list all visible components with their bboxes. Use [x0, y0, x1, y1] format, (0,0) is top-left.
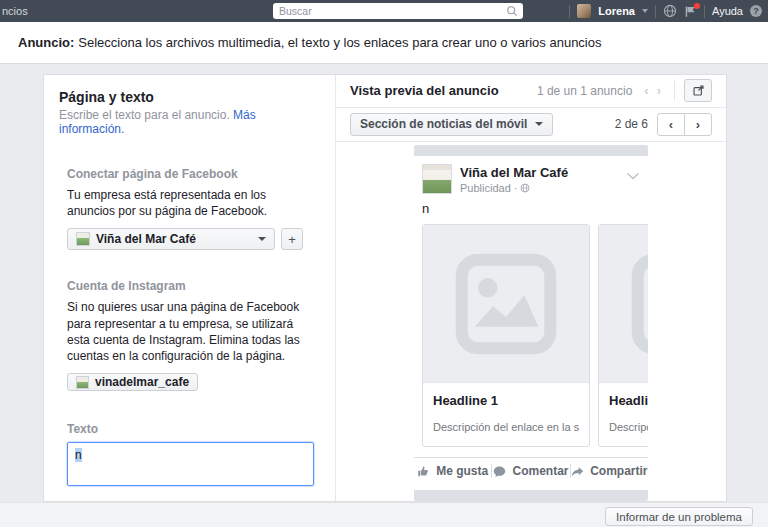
carousel: Headline 1 Descripción del enlace en la …: [414, 224, 648, 447]
text-heading: Texto: [67, 422, 314, 436]
selected-text: n: [75, 448, 82, 462]
help-icon[interactable]: ?: [750, 5, 762, 17]
caret-down-icon: [535, 122, 543, 126]
next-variant-button[interactable]: ›: [684, 113, 712, 136]
instagram-section: Cuenta de Instagram Si no quieres usar u…: [67, 279, 314, 392]
user-menu[interactable]: Lorena: [598, 5, 635, 17]
post-avatar[interactable]: [422, 164, 452, 194]
carousel-card[interactable]: Headline 1 Descripción del enlace en la …: [422, 224, 590, 447]
photo-placeholder-icon: [452, 250, 560, 358]
photo-placeholder: [599, 225, 648, 383]
post-meta: Publicidad ·: [460, 182, 568, 194]
connect-page-heading: Conectar página de Facebook: [67, 167, 314, 181]
app-label-truncated: ncios: [2, 5, 28, 17]
carousel-card[interactable]: Headline 2 Descripción del enlace en la …: [598, 224, 648, 447]
notification-badge: [694, 3, 700, 9]
placement-label: Sección de noticias del móvil: [360, 117, 527, 131]
preview-title: Vista previa del anuncio: [350, 83, 537, 98]
ad-post: Viña del Mar Café Publicidad · n: [414, 156, 648, 484]
instagram-account-chip[interactable]: vinadelmar_cafe: [67, 373, 198, 391]
nav-divider: [704, 5, 705, 18]
chevron-right-icon[interactable]: ›: [657, 83, 661, 98]
search-icon[interactable]: [501, 3, 523, 19]
section-subtitle: Escribe el texto para el anuncio. Más in…: [59, 108, 315, 136]
search-input[interactable]: [273, 5, 501, 17]
top-navbar: ncios Lorena Ayuda ?: [0, 0, 768, 22]
globe-icon[interactable]: [663, 4, 677, 18]
share-icon: [571, 465, 584, 478]
preview-stage: Viña del Mar Café Publicidad · n: [336, 142, 726, 501]
post-action-bar: Me gusta Comentar Compartir: [414, 457, 648, 484]
ad-text-input[interactable]: n: [67, 442, 314, 486]
search-bar[interactable]: [273, 3, 523, 19]
instagram-description: Si no quieres usar una página de Faceboo…: [67, 299, 314, 364]
instagram-account-name: vinadelmar_cafe: [95, 375, 189, 389]
preview-header: Vista previa del anuncio 1 de un 1 anunc…: [336, 75, 726, 108]
post-body-text: n: [414, 194, 648, 224]
text-section: Texto n: [67, 422, 314, 486]
step-banner: Anuncio: Selecciona los archivos multime…: [0, 22, 768, 64]
placement-selector[interactable]: Sección de noticias del móvil: [350, 113, 553, 136]
share-button[interactable]: Compartir: [570, 464, 648, 478]
step-banner-text: Selecciona los archivos multimedia, el t…: [78, 35, 601, 50]
comment-button[interactable]: Comentar: [491, 464, 569, 478]
nav-right-cluster: Lorena Ayuda ?: [569, 0, 762, 22]
page-and-text-column: Página y texto Escribe el texto para el …: [44, 75, 336, 501]
connect-page-section: Conectar página de Facebook Tu empresa e…: [67, 167, 314, 250]
chevron-down-icon[interactable]: [642, 9, 648, 13]
post-globe-icon: [520, 183, 530, 193]
instagram-thumbnail-icon: [76, 376, 89, 389]
comment-icon: [493, 465, 506, 478]
variant-pager: ‹ ›: [657, 113, 712, 136]
preview-toolbar: Sección de noticias del móvil 2 de 6 ‹ ›: [336, 108, 726, 142]
mock-chrome-bottom: [414, 490, 648, 501]
page-thumbnail-icon: [76, 232, 90, 246]
photo-placeholder-icon: [628, 250, 648, 358]
notifications-flag-icon[interactable]: [684, 5, 697, 18]
photo-placeholder: [423, 225, 589, 383]
post-page-name[interactable]: Viña del Mar Café: [460, 165, 568, 180]
caret-down-icon: [258, 237, 266, 241]
expand-preview-button[interactable]: [684, 79, 712, 102]
nav-divider: [655, 5, 656, 18]
user-avatar[interactable]: [577, 4, 591, 18]
connect-page-description: Tu empresa está representada en los anun…: [67, 187, 314, 219]
step-banner-label: Anuncio:: [18, 35, 74, 50]
ad-preview-column: Vista previa del anuncio 1 de un 1 anunc…: [336, 75, 726, 501]
like-button[interactable]: Me gusta: [414, 464, 491, 478]
post-chevron-down-icon[interactable]: [626, 164, 640, 194]
help-link[interactable]: Ayuda: [712, 5, 743, 17]
facebook-page-select[interactable]: Viña del Mar Café: [67, 228, 275, 250]
report-problem-button[interactable]: Informar de un problema: [605, 507, 753, 526]
mobile-feed-mock: Viña del Mar Café Publicidad · n: [414, 145, 648, 501]
card-headline: Headline 1: [433, 393, 579, 408]
nav-divider: [569, 5, 570, 18]
ad-creation-panel: Página y texto Escribe el texto para el …: [43, 74, 727, 502]
like-icon: [417, 465, 430, 478]
mock-chrome-top: [414, 145, 648, 156]
header-divider: [674, 81, 675, 101]
selected-page-name: Viña del Mar Café: [96, 232, 196, 246]
instagram-heading: Cuenta de Instagram: [67, 279, 314, 293]
prev-variant-button[interactable]: ‹: [657, 113, 685, 136]
chevron-left-icon[interactable]: ‹: [644, 83, 648, 98]
section-title: Página y texto: [59, 89, 315, 105]
card-description: Descripción del enlace en la sección...: [609, 421, 648, 433]
card-description: Descripción del enlace en la sección...: [433, 421, 579, 433]
variant-counter: 2 de 6: [615, 117, 648, 131]
ad-counter: 1 de un 1 anuncio: [537, 84, 632, 98]
add-page-button[interactable]: +: [281, 228, 303, 250]
card-headline: Headline 2: [609, 393, 648, 408]
footer: Informar de un problema: [0, 502, 768, 527]
